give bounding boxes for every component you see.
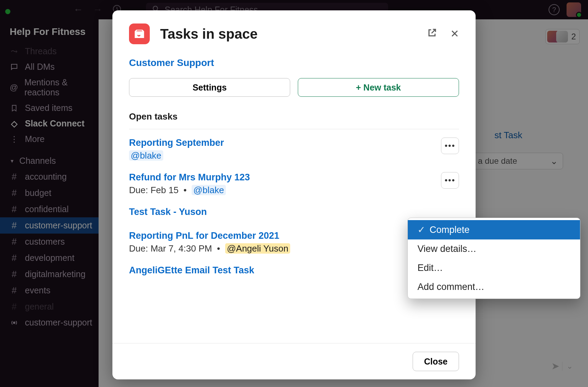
task-row: Refund for Mrs Murphy 123 Due: Feb 15 • …	[129, 164, 459, 198]
mention[interactable]: @Angeli Yuson	[225, 243, 290, 254]
menu-item-view-details[interactable]: View details…	[408, 239, 580, 258]
space-link[interactable]: Customer Support	[129, 48, 459, 78]
menu-item-complete[interactable]: ✓Complete	[408, 220, 580, 239]
check-icon: ✓	[417, 224, 425, 235]
task-title[interactable]: Reporting PnL for December 2021	[129, 230, 290, 243]
context-menu: ✓Complete View details… Edit… Add commen…	[407, 218, 580, 299]
task-menu-button[interactable]: •••	[441, 138, 459, 154]
task-menu-button[interactable]: •••	[441, 172, 459, 189]
tasks-modal: Tasks in space ✕ Customer Support Settin…	[112, 10, 476, 379]
task-title[interactable]: Reporting September	[129, 138, 224, 150]
task-row: Reporting September @blake •••	[129, 129, 459, 164]
close-button[interactable]: Close	[413, 352, 459, 371]
close-icon[interactable]: ✕	[450, 28, 459, 40]
section-title: Open tasks	[129, 105, 459, 129]
menu-item-edit[interactable]: Edit…	[408, 258, 580, 277]
menu-item-add-comment[interactable]: Add comment…	[408, 277, 580, 296]
task-title[interactable]: Test Task - Yuson	[129, 207, 207, 219]
task-title[interactable]: Refund for Mrs Murphy 123	[129, 172, 250, 185]
new-task-button[interactable]: + New task	[298, 78, 459, 97]
app-icon	[129, 23, 150, 44]
settings-button[interactable]: Settings	[129, 78, 290, 97]
mention[interactable]: @blake	[192, 185, 226, 195]
modal-title: Tasks in space	[160, 26, 258, 42]
task-title[interactable]: AngeliGEtte Email Test Task	[129, 265, 254, 278]
modal-overlay: Tasks in space ✕ Customer Support Settin…	[0, 0, 588, 387]
open-external-icon[interactable]	[427, 28, 437, 40]
mention[interactable]: @blake	[129, 150, 163, 161]
